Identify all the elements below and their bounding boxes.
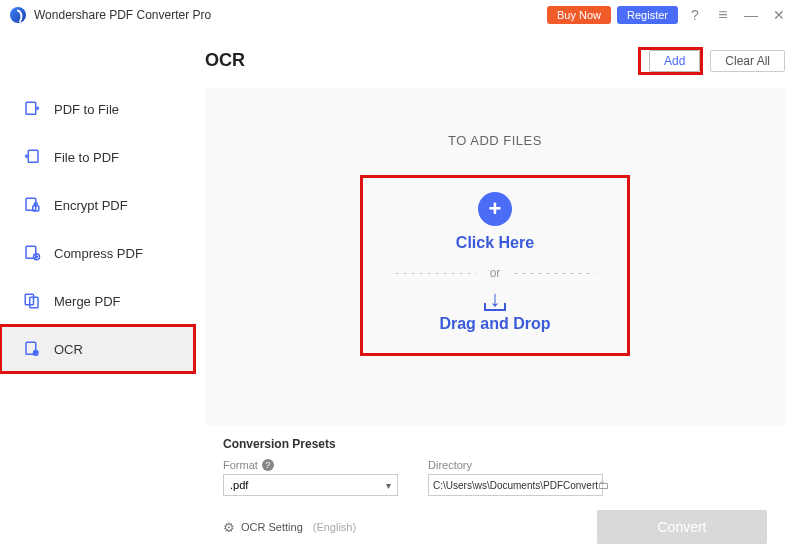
encrypt-pdf-icon — [22, 195, 42, 215]
buy-now-button[interactable]: Buy Now — [547, 6, 611, 24]
directory-label: Directory — [428, 459, 603, 471]
sidebar-item-encrypt-pdf[interactable]: Encrypt PDF — [0, 181, 195, 229]
ocr-icon: A — [22, 339, 42, 359]
plus-icon[interactable]: + — [478, 192, 512, 226]
sidebar-item-ocr[interactable]: A OCR — [0, 325, 195, 373]
click-here-label[interactable]: Click Here — [456, 234, 534, 252]
sidebar-label: File to PDF — [54, 150, 119, 165]
add-button[interactable]: Add — [649, 50, 700, 72]
sidebar-label: OCR — [54, 342, 83, 357]
format-select[interactable]: .pdf ▾ — [223, 474, 398, 496]
or-divider: or — [395, 266, 595, 280]
directory-input[interactable]: C:\Users\ws\Documents\PDFConvert 🗀 — [428, 474, 603, 496]
conversion-presets: Conversion Presets Format ? .pdf ▾ Dir — [205, 429, 785, 500]
page-title: OCR — [205, 50, 245, 71]
register-button[interactable]: Register — [617, 6, 678, 24]
merge-pdf-icon — [22, 291, 42, 311]
ocr-setting-link[interactable]: ⚙ OCR Setting (English) — [223, 520, 356, 535]
app-title: Wondershare PDF Converter Pro — [34, 8, 211, 22]
bottom-bar: ⚙ OCR Setting (English) Convert — [205, 500, 785, 544]
svg-rect-4 — [26, 246, 36, 258]
to-add-files-label: TO ADD FILES — [448, 133, 542, 148]
sidebar-label: Compress PDF — [54, 246, 143, 261]
app-window: Wondershare PDF Converter Pro Buy Now Re… — [0, 0, 800, 556]
format-help-icon[interactable]: ? — [262, 459, 274, 471]
compress-pdf-icon — [22, 243, 42, 263]
app-logo-icon — [10, 7, 26, 23]
ocr-language-label: (English) — [313, 521, 356, 533]
main-panel: OCR Add Clear All TO ADD FILES + Click H… — [195, 30, 800, 556]
drag-drop-label: Drag and Drop — [439, 315, 550, 333]
convert-button[interactable]: Convert — [597, 510, 767, 544]
drop-box[interactable]: + Click Here or ↓ Drag and Drop — [361, 176, 629, 355]
presets-heading: Conversion Presets — [223, 437, 767, 451]
folder-icon[interactable]: 🗀 — [598, 479, 609, 491]
ocr-setting-label: OCR Setting — [241, 521, 303, 533]
format-value: .pdf — [230, 479, 248, 491]
minimize-icon[interactable]: — — [740, 7, 762, 23]
sidebar-item-file-to-pdf[interactable]: File to PDF — [0, 133, 195, 181]
clear-all-button[interactable]: Clear All — [710, 50, 785, 72]
or-label: or — [476, 266, 515, 280]
sidebar-label: Merge PDF — [54, 294, 120, 309]
drop-area[interactable]: TO ADD FILES + Click Here or ↓ Drag and … — [205, 88, 785, 425]
main-header: OCR Add Clear All — [205, 38, 785, 83]
format-label: Format ? — [223, 459, 398, 471]
sidebar-item-merge-pdf[interactable]: Merge PDF — [0, 277, 195, 325]
sidebar: PDF to File File to PDF Encrypt PDF Comp… — [0, 30, 195, 556]
sidebar-label: PDF to File — [54, 102, 119, 117]
help-icon[interactable]: ? — [684, 7, 706, 23]
svg-rect-0 — [26, 102, 36, 114]
chevron-down-icon: ▾ — [386, 480, 391, 491]
add-button-highlight: Add — [639, 48, 702, 74]
directory-value: C:\Users\ws\Documents\PDFConvert — [433, 480, 598, 491]
download-icon: ↓ — [484, 292, 506, 311]
close-icon[interactable]: ✕ — [768, 7, 790, 23]
sidebar-item-compress-pdf[interactable]: Compress PDF — [0, 229, 195, 277]
sidebar-item-pdf-to-file[interactable]: PDF to File — [0, 85, 195, 133]
svg-text:A: A — [34, 351, 37, 356]
svg-rect-1 — [28, 150, 38, 162]
file-to-pdf-icon — [22, 147, 42, 167]
sidebar-label: Encrypt PDF — [54, 198, 128, 213]
titlebar: Wondershare PDF Converter Pro Buy Now Re… — [0, 0, 800, 30]
pdf-to-file-icon — [22, 99, 42, 119]
menu-icon[interactable]: ≡ — [712, 6, 734, 24]
gear-icon: ⚙ — [223, 520, 235, 535]
